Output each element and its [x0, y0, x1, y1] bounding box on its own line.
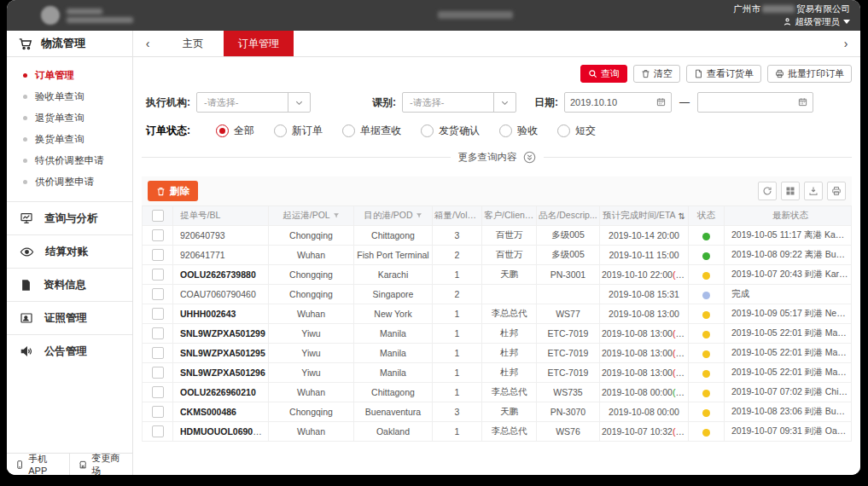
- delete-button[interactable]: 删除: [148, 181, 198, 201]
- sidebar-section-data-info[interactable]: 资料信息: [7, 268, 132, 301]
- category-label: 课别:: [372, 95, 396, 110]
- cell-eta: 2019-10-08 13:00(+6): [600, 344, 689, 363]
- cell-pol: Wuhan: [269, 304, 354, 324]
- cell-latest: 2019-10-08 09:22 离港 Busan: [725, 246, 852, 265]
- refresh-button[interactable]: [758, 182, 777, 200]
- search-icon: [588, 69, 597, 78]
- cell-bl: HDMUOUOL0690491: [173, 422, 269, 442]
- radio-icon: [499, 124, 512, 137]
- date-label: 日期:: [534, 95, 558, 110]
- download-icon: [808, 186, 818, 196]
- filter-funnel-icon[interactable]: [333, 212, 340, 219]
- select-all-checkbox[interactable]: [152, 210, 164, 222]
- order-status-radio[interactable]: 新订单: [274, 124, 323, 138]
- order-status-radio[interactable]: 单据查收: [342, 124, 401, 138]
- sidebar-item-special-price-adjust[interactable]: 特供价调整申请: [7, 150, 132, 171]
- row-checkbox[interactable]: [152, 288, 164, 300]
- sidebar-item-return-query[interactable]: 退货单查询: [7, 107, 132, 129]
- sidebar-section-announcement[interactable]: 公告管理: [7, 334, 132, 367]
- order-status-radio[interactable]: 发货确认: [421, 124, 480, 138]
- cell-pod: Manila: [354, 344, 433, 363]
- row-checkbox[interactable]: [152, 249, 164, 261]
- sidebar-item-price-adjust[interactable]: 供价调整申请: [7, 171, 132, 193]
- category-select[interactable]: -请选择-: [402, 92, 516, 113]
- sidebar-item-acceptance-query[interactable]: 验收单查询: [7, 86, 132, 107]
- cell-status: [689, 285, 725, 304]
- cell-volume: 2: [433, 246, 482, 265]
- col-header-latest: 最新状态: [725, 206, 852, 226]
- change-store-button[interactable]: 变更商场: [70, 454, 132, 475]
- orders-table: 提单号/BL 起运港/POL 目的港/POD 箱量/Volum 客户/Clien…: [142, 205, 852, 442]
- filter-fields: 执行机构: -请选择- 课别: -请选择- 日期: 2019.10.10: [142, 92, 852, 113]
- bullet-icon: [23, 73, 27, 78]
- sidebar-item-order-management[interactable]: 订单管理: [7, 65, 132, 86]
- agency-label: 执行机构:: [146, 95, 190, 110]
- tab-home[interactable]: 主页: [162, 37, 224, 51]
- sidebar-section-query-analysis[interactable]: 查询与分析: [7, 201, 132, 234]
- tab-scroll-left[interactable]: ‹: [133, 37, 162, 50]
- cell-bl: SNL9WZPXA501299: [173, 324, 269, 344]
- row-checkbox[interactable]: [152, 347, 164, 359]
- user-menu[interactable]: 超级管理员: [734, 15, 851, 28]
- row-checkbox[interactable]: [152, 367, 164, 379]
- cell-client: 李总总代: [482, 422, 537, 442]
- cell-pod: Chittagong: [354, 383, 433, 402]
- view-order-button[interactable]: 查看订货单: [686, 65, 761, 83]
- cell-pod: Buenaventura: [354, 402, 433, 422]
- cell-eta: 2019-10-10 22:00(+3): [600, 265, 689, 285]
- batch-print-button[interactable]: 批量打印订单: [767, 65, 852, 83]
- radio-icon: [274, 124, 287, 137]
- cell-latest: 2019-10-07 07:02 到港 Chittagong: [725, 383, 852, 402]
- sort-icon[interactable]: ⇅: [679, 211, 685, 221]
- tab-scroll-right[interactable]: ›: [831, 37, 860, 50]
- sidebar-section-settlement[interactable]: 结算对账: [7, 234, 132, 268]
- content-area: 查询 清空 查看订货单 批量打印订单: [133, 57, 860, 475]
- order-status-radio[interactable]: 全部: [216, 124, 254, 138]
- order-status-radio[interactable]: 验收: [499, 124, 538, 138]
- row-checkbox[interactable]: [152, 406, 164, 418]
- cell-pod: Singapore: [354, 285, 433, 304]
- export-button[interactable]: [804, 182, 823, 200]
- table-row: OOLU2626960210 Wuhan Chittagong 1 李总总代 W…: [143, 383, 852, 402]
- cell-status: [689, 363, 725, 383]
- status-dot: [702, 272, 710, 280]
- filter-funnel-icon[interactable]: [416, 212, 422, 219]
- cell-eta: 2019-10-08 13:00(+6): [600, 363, 689, 383]
- cell-eta: 2019-10-07 10:32(+1): [600, 422, 689, 442]
- cell-desc: 多级005: [537, 226, 600, 246]
- refresh-icon: [762, 186, 772, 196]
- order-status-radio[interactable]: 短交: [557, 124, 596, 138]
- radio-icon: [216, 124, 229, 137]
- column-settings-button[interactable]: [781, 182, 800, 200]
- grid-icon: [785, 186, 795, 196]
- sidebar-section-license[interactable]: 证照管理: [7, 301, 132, 334]
- row-checkbox[interactable]: [152, 229, 164, 241]
- app-window: 广州市 贸易有限公司 超级管理员 物流管理 订单管理 验收单查询 退货单查询 换…: [7, 0, 860, 475]
- date-range-separator: —: [679, 96, 690, 108]
- clear-button[interactable]: 清空: [633, 65, 680, 83]
- tab-order-management[interactable]: 订单管理: [224, 31, 294, 56]
- mobile-app-button[interactable]: 手机APP: [7, 454, 70, 475]
- row-checkbox[interactable]: [152, 327, 164, 339]
- search-button[interactable]: 查询: [580, 65, 627, 83]
- date-to-input[interactable]: [697, 92, 813, 113]
- agency-select[interactable]: -请选择-: [196, 92, 311, 113]
- row-checkbox[interactable]: [152, 425, 164, 437]
- row-checkbox[interactable]: [152, 269, 164, 281]
- status-dot: [702, 350, 710, 358]
- cell-desc: WS76: [537, 422, 600, 442]
- cart-icon: [18, 37, 32, 51]
- sidebar-item-exchange-query[interactable]: 换货单查询: [7, 129, 132, 150]
- redacted-logo-text: [67, 9, 133, 23]
- more-query-toggle[interactable]: 更多查询内容: [458, 151, 536, 164]
- cell-latest: 2019-10-09 05:17 到港 New York: [725, 304, 852, 324]
- row-checkbox[interactable]: [152, 308, 164, 320]
- cell-status: [689, 422, 725, 442]
- date-from-input[interactable]: 2019.10.10: [564, 92, 672, 113]
- print-button[interactable]: [827, 182, 846, 200]
- cell-bl: UHHH002643: [173, 304, 269, 324]
- row-checkbox[interactable]: [152, 386, 164, 398]
- cell-eta: 2019-10-08 13:00(+6): [600, 324, 689, 344]
- table-row: UHHH002643 Wuhan New York 1 李总总代 WS77 20…: [143, 304, 852, 324]
- bullet-icon: [23, 95, 27, 99]
